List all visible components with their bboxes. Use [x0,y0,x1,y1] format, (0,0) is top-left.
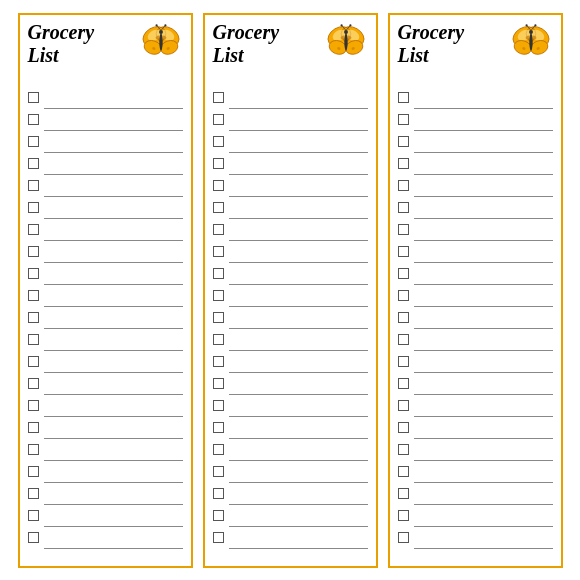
checkbox[interactable] [398,290,409,301]
item-line [44,505,183,527]
list-item [213,417,368,439]
checkbox[interactable] [213,180,224,191]
checkbox[interactable] [213,136,224,147]
checkbox[interactable] [213,422,224,433]
checkbox[interactable] [213,532,224,543]
checkbox[interactable] [28,488,39,499]
checkbox[interactable] [213,356,224,367]
list-item [213,505,368,527]
item-line [229,439,368,461]
checkbox[interactable] [213,268,224,279]
list-item [398,153,553,175]
checkbox[interactable] [28,268,39,279]
item-line [44,307,183,329]
item-line [229,417,368,439]
checkbox[interactable] [213,400,224,411]
checkbox[interactable] [28,510,39,521]
checkbox[interactable] [213,246,224,257]
checkbox[interactable] [213,92,224,103]
list-card-1: Grocery List [18,13,193,568]
item-line [229,87,368,109]
list-item [398,395,553,417]
checkbox[interactable] [28,356,39,367]
checkbox[interactable] [28,180,39,191]
checkbox[interactable] [398,510,409,521]
list-item [28,285,183,307]
checkbox[interactable] [28,246,39,257]
item-line [229,373,368,395]
checkbox[interactable] [28,290,39,301]
checkbox[interactable] [398,136,409,147]
checkbox[interactable] [398,532,409,543]
checkbox[interactable] [398,422,409,433]
list-item [28,417,183,439]
checkbox[interactable] [213,444,224,455]
checkbox[interactable] [398,334,409,345]
checkbox[interactable] [213,334,224,345]
checkbox[interactable] [398,488,409,499]
checkbox[interactable] [28,532,39,543]
checkbox[interactable] [28,136,39,147]
checkbox[interactable] [28,224,39,235]
item-line [229,329,368,351]
checkbox[interactable] [213,290,224,301]
checkbox[interactable] [398,400,409,411]
item-line [229,461,368,483]
list-item [213,373,368,395]
checkbox[interactable] [28,334,39,345]
item-line [414,219,553,241]
list-item [28,219,183,241]
item-line [44,527,183,549]
item-line [229,395,368,417]
checkbox[interactable] [398,92,409,103]
checkbox[interactable] [398,246,409,257]
checkbox[interactable] [398,114,409,125]
checkbox[interactable] [398,312,409,323]
item-line [229,219,368,241]
item-line [229,263,368,285]
checkbox[interactable] [28,400,39,411]
checkbox[interactable] [398,180,409,191]
svg-point-10 [159,33,162,51]
checkbox[interactable] [398,466,409,477]
list-item [28,329,183,351]
checkbox[interactable] [28,444,39,455]
item-line [414,417,553,439]
card-title: Grocery List [213,21,280,67]
checkbox[interactable] [213,510,224,521]
list-item [28,527,183,549]
checkbox[interactable] [213,158,224,169]
checkbox[interactable] [28,158,39,169]
list-item [398,505,553,527]
checkbox[interactable] [28,378,39,389]
checkbox[interactable] [398,224,409,235]
checkbox[interactable] [28,422,39,433]
checkbox[interactable] [213,202,224,213]
checkbox[interactable] [28,312,39,323]
checkbox[interactable] [213,466,224,477]
item-line [414,373,553,395]
checkbox[interactable] [28,114,39,125]
checkbox[interactable] [28,466,39,477]
item-line [414,109,553,131]
checkbox[interactable] [398,356,409,367]
svg-point-14 [155,24,157,26]
checkbox[interactable] [213,224,224,235]
checkbox[interactable] [213,488,224,499]
item-line [414,131,553,153]
checkbox[interactable] [398,444,409,455]
checkbox[interactable] [28,202,39,213]
checkbox[interactable] [28,92,39,103]
checkbox[interactable] [398,268,409,279]
checkbox[interactable] [398,202,409,213]
checkbox[interactable] [213,378,224,389]
list-item [398,197,553,219]
list-item [28,241,183,263]
list-item [213,483,368,505]
svg-point-11 [159,30,163,34]
checkbox[interactable] [213,312,224,323]
checkbox[interactable] [213,114,224,125]
checkbox[interactable] [398,378,409,389]
item-line [44,87,183,109]
checkbox[interactable] [398,158,409,169]
